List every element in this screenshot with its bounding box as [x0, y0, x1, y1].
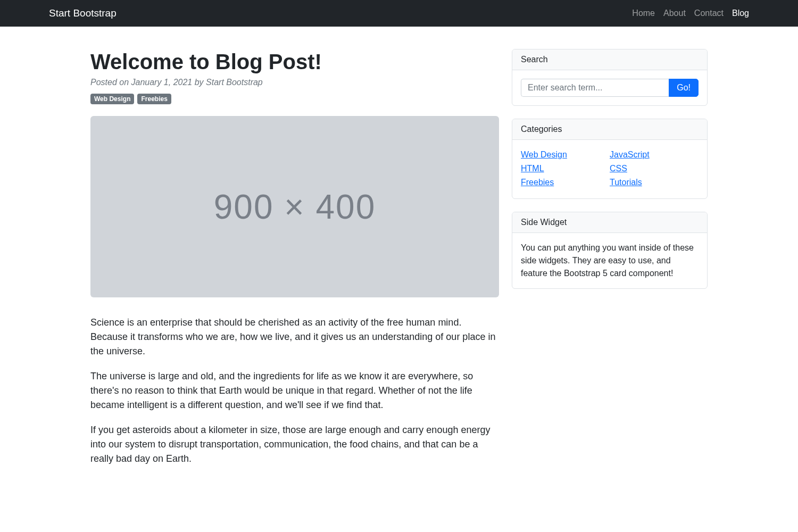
categories-row: Web Design HTML Freebies JavaScript CSS … — [521, 148, 699, 190]
post-title: Welcome to Blog Post! — [90, 49, 499, 74]
post-paragraph: If you get asteroids about a kilometer i… — [90, 423, 499, 466]
search-widget-body: Go! — [512, 70, 707, 105]
nav-link-about[interactable]: About — [663, 9, 686, 18]
category-link[interactable]: Web Design — [521, 150, 567, 159]
search-input[interactable] — [521, 79, 669, 97]
side-widget-body: You can put anything you want inside of … — [512, 233, 707, 288]
post-tags: Web Design Freebies — [90, 94, 499, 104]
categories-widget-header: Categories — [512, 119, 707, 140]
post-paragraph: The universe is large and old, and the i… — [90, 369, 499, 412]
categories-col-2: JavaScript CSS Tutorials — [610, 148, 699, 190]
main-container: Welcome to Blog Post! Posted on January … — [90, 27, 708, 477]
tag-badge[interactable]: Freebies — [137, 94, 171, 104]
category-link[interactable]: Tutorials — [610, 178, 642, 187]
post-hero-image: 900 × 400 — [90, 116, 499, 297]
category-link[interactable]: JavaScript — [610, 150, 650, 159]
nav-links: Home About Contact Blog — [632, 9, 749, 18]
categories-widget-body: Web Design HTML Freebies JavaScript CSS … — [512, 140, 707, 198]
nav-link-blog[interactable]: Blog — [732, 9, 749, 18]
navbar: Start Bootstrap Home About Contact Blog — [0, 0, 798, 27]
search-widget: Search Go! — [512, 49, 708, 106]
side-widget-header: Side Widget — [512, 212, 707, 233]
search-widget-header: Search — [512, 49, 707, 70]
nav-link-home[interactable]: Home — [632, 9, 655, 18]
nav-link-contact[interactable]: Contact — [694, 9, 724, 18]
post-paragraph: Science is an enterprise that should be … — [90, 315, 499, 359]
categories-col-1: Web Design HTML Freebies — [521, 148, 610, 190]
categories-widget: Categories Web Design HTML Freebies Java… — [512, 119, 708, 199]
side-widget: Side Widget You can put anything you wan… — [512, 212, 708, 289]
category-link[interactable]: HTML — [521, 164, 544, 173]
post-header: Welcome to Blog Post! Posted on January … — [90, 49, 499, 104]
search-input-group: Go! — [521, 79, 699, 97]
hero-image-placeholder-text: 900 × 400 — [214, 187, 376, 227]
sidebar: Search Go! Categories Web Design HTML Fr… — [512, 49, 708, 477]
tag-badge[interactable]: Web Design — [90, 94, 134, 104]
category-link[interactable]: Freebies — [521, 178, 554, 187]
brand[interactable]: Start Bootstrap — [49, 7, 117, 19]
category-link[interactable]: CSS — [610, 164, 627, 173]
post-body: Science is an enterprise that should be … — [90, 315, 499, 466]
post-meta: Posted on January 1, 2021 by Start Boots… — [90, 78, 499, 87]
search-go-button[interactable]: Go! — [669, 79, 699, 97]
blog-post: Welcome to Blog Post! Posted on January … — [90, 49, 499, 477]
